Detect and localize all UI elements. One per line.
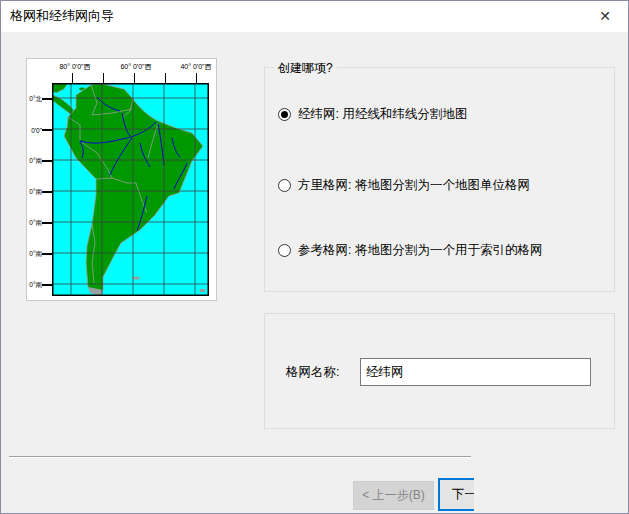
window-title: 格网和经纬网向导	[10, 1, 114, 31]
map-tick	[103, 73, 104, 83]
grid-name-input[interactable]	[360, 358, 591, 386]
radio-label: 方里格网: 将地图分割为一个地图单位格网	[298, 177, 530, 194]
map-tick	[42, 191, 52, 193]
map-tick	[42, 98, 52, 100]
map-tick	[42, 129, 52, 131]
radio-button-icon	[278, 179, 291, 192]
map-tick	[42, 160, 52, 162]
map-tick	[42, 284, 52, 286]
close-icon[interactable]: ✕	[590, 1, 620, 31]
options-group-title: 创建哪项?	[274, 60, 337, 77]
next-button-clip: 下一	[438, 478, 474, 514]
wizard-dialog: 格网和经纬网向导 ✕ 80° 0'0"西 60° 0'0"西 40° 0'0"西…	[0, 0, 629, 514]
radio-button-icon	[278, 244, 291, 257]
radio-graticule[interactable]: 经纬网: 用经线和纬线分割地图	[278, 106, 467, 123]
map-top-tick-label: 40° 0'0"西	[180, 62, 211, 72]
back-button[interactable]: < 上一步(B)	[353, 481, 434, 510]
map-top-tick-label: 60° 0'0"西	[120, 62, 151, 72]
map-tick	[165, 73, 166, 83]
footer-separator	[9, 456, 471, 458]
map-left-tick-label: 0°南	[28, 250, 42, 259]
map-tick	[134, 73, 135, 83]
map-left-tick-label: 0°南	[28, 188, 42, 197]
map-left-tick-label: 0°南	[28, 281, 42, 290]
next-button[interactable]: 下一	[438, 478, 474, 511]
radio-button-icon	[278, 108, 291, 121]
map-left-tick-label: 0°南	[28, 157, 42, 166]
map-top-tick-label: 80° 0'0"西	[59, 62, 90, 72]
south-america-map	[52, 83, 209, 296]
radio-label: 参考格网: 将地图分割为一个用于索引的格网	[298, 242, 542, 259]
grid-name-label: 格网名称:	[286, 364, 339, 381]
radio-measured-grid[interactable]: 方里格网: 将地图分割为一个地图单位格网	[278, 177, 530, 194]
map-left-tick-label: 0°北	[28, 95, 42, 104]
map-tick	[42, 222, 52, 224]
map-tick	[42, 253, 52, 255]
map-preview-panel: 80° 0'0"西 60° 0'0"西 40° 0'0"西 0°北 0'0" 0…	[26, 58, 217, 301]
map-left-tick-label: 0°南	[28, 219, 42, 228]
map-tick	[196, 73, 197, 83]
map-tick	[72, 73, 73, 83]
map-left-tick-label: 0'0"	[28, 127, 42, 134]
title-bar: 格网和经纬网向导 ✕	[1, 1, 628, 32]
radio-label: 经纬网: 用经线和纬线分割地图	[298, 106, 467, 123]
map-corner-mark	[200, 289, 205, 292]
radio-reference-grid[interactable]: 参考格网: 将地图分割为一个用于索引的格网	[278, 242, 542, 259]
